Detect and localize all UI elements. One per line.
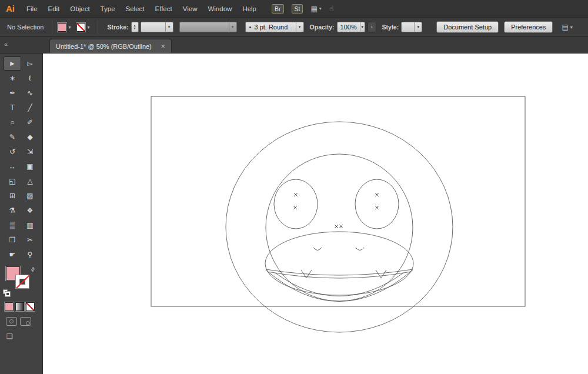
drawing-mode-buttons [0,311,42,326]
color-button[interactable] [5,302,14,311]
style-label: Style: [382,24,399,31]
stock-button[interactable]: St [292,4,303,14]
chevron-down-icon: ▾ [87,25,89,30]
menu-item-select[interactable]: Select [126,5,145,12]
eyedropper-tool[interactable]: ⚗ [4,203,21,218]
pen-tool[interactable]: ✒ [4,86,21,100]
swap-fill-stroke-icon[interactable]: ⇄ [29,266,36,273]
tab-bar: « Untitled-1* @ 50% (RGB/Outline) × [0,37,588,54]
tab-title: Untitled-1* @ 50% (RGB/Outline) [56,43,152,50]
tools-grid: ►▻∗ℓ✒∿T╱○✐✎◆↺⇲↔▣◱△⊞▨⚗❖▒▥❐✂☛⚲ [0,54,42,262]
free-transform-tool[interactable]: ▣ [21,159,39,173]
direct-selection-tool[interactable]: ▻ [21,56,39,71]
draw-normal-button[interactable] [6,317,17,326]
chevron-down-icon: ▾ [414,22,422,32]
chevron-down-icon: ▾ [68,25,71,30]
default-fill-stroke-icon[interactable] [3,289,11,297]
column-graph-tool[interactable]: ▥ [21,218,39,232]
bridge-button[interactable]: Br [272,4,284,14]
collapse-panels-icon[interactable]: « [4,41,7,48]
opacity-label: Opacity: [310,24,335,31]
stroke-color-control[interactable]: ▾ [76,23,89,32]
draw-behind-button[interactable] [20,317,31,326]
brush-definition-value: 3 pt. Round [251,24,295,31]
shape-builder-tool[interactable]: ◱ [4,174,21,188]
fill-swatch[interactable] [58,23,66,32]
paintbrush-tool[interactable]: ✐ [21,115,39,129]
artboard-tool[interactable]: ❐ [4,233,21,247]
gradient-button[interactable] [15,302,24,311]
menubar: Ai FileEditObjectTypeSelectEffectViewWin… [0,0,588,18]
canvas-area[interactable] [43,54,588,374]
line-segment-tool[interactable]: ╱ [21,101,39,115]
brush-definition-select[interactable]: • 3 pt. Round ▾ [245,22,304,32]
pencil-tool[interactable]: ✎ [4,130,21,144]
arrange-documents-button[interactable]: ▦ ▾ [310,5,321,13]
chevron-down-icon: ▾ [570,25,573,30]
hand-tool[interactable]: ☛ [4,248,21,262]
opacity-select[interactable]: 100% ▾ [337,22,365,32]
document-setup-button[interactable]: Document Setup [436,21,499,33]
app-logo: Ai [6,4,15,14]
style-select[interactable]: ▾ [401,22,422,32]
preferences-button[interactable]: Preferences [504,21,553,33]
hand-gesture-icon[interactable]: ☝ [329,4,334,13]
menu-item-object[interactable]: Object [70,5,89,12]
control-bar: No Selection ▾ ▾ Stroke: ▴ ▾ ▾ ▾ • 3 pt.… [0,18,588,37]
opacity-panel-arrow-button[interactable]: › [368,22,376,32]
mesh-tool[interactable]: ⊞ [4,189,21,203]
curvature-tool[interactable]: ∿ [21,86,39,100]
arrange-grid-icon: ▦ [310,5,317,13]
magic-wand-tool[interactable]: ∗ [4,71,21,85]
draw-normal-icon [9,319,14,323]
artwork-svg[interactable] [43,54,588,374]
blend-tool[interactable]: ❖ [21,203,39,218]
chevron-down-icon: ▾ [296,22,303,32]
artboard[interactable] [151,96,525,306]
stroke-none-swatch[interactable] [76,23,85,32]
divider [52,20,52,34]
zoom-tool[interactable]: ⚲ [21,248,39,262]
tools-panel: ►▻∗ℓ✒∿T╱○✐✎◆↺⇲↔▣◱△⊞▨⚗❖▒▥❐✂☛⚲ ⇄ ❏ [0,54,43,374]
gradient-tool[interactable]: ▨ [21,189,39,203]
stroke-swatch[interactable] [15,275,29,289]
none-slash-icon [16,275,29,289]
opacity-value: 100% [338,24,360,31]
eraser-tool[interactable]: ◆ [21,130,39,144]
ellipse-tool[interactable]: ○ [4,115,21,129]
workspace-icon: ▤ [562,23,568,31]
color-mode-buttons [0,297,42,311]
close-icon[interactable]: × [161,43,165,50]
perspective-grid-tool[interactable]: △ [21,174,39,188]
menu-item-edit[interactable]: Edit [48,5,60,12]
menu-item-window[interactable]: Window [208,5,232,12]
symbol-sprayer-tool[interactable]: ▒ [4,218,21,232]
spin-down-icon[interactable]: ▾ [134,27,136,30]
menu-item-help[interactable]: Help [242,5,256,12]
chevron-down-icon: ▾ [165,22,173,32]
stroke-weight-stepper[interactable]: ▴ ▾ [131,22,139,32]
rotate-tool[interactable]: ↺ [4,145,21,159]
menu-items: FileEditObjectTypeSelectEffectViewWindow… [26,5,256,12]
width-tool[interactable]: ↔ [4,159,21,173]
type-tool[interactable]: T [4,101,21,115]
divider [98,20,98,34]
scale-tool[interactable]: ⇲ [21,145,39,159]
none-button[interactable] [26,302,35,311]
fill-stroke-swatches: ⇄ [2,266,40,297]
chevron-down-icon: ▾ [319,6,322,11]
selection-tool[interactable]: ► [4,56,21,71]
screen-mode-button[interactable]: ❏ [6,332,13,340]
menu-item-view[interactable]: View [183,5,198,12]
lasso-tool[interactable]: ℓ [21,71,39,85]
control-panel-menu[interactable]: ▤ ▾ [562,23,572,31]
slice-tool[interactable]: ✂ [21,233,39,247]
fill-color-control[interactable]: ▾ [58,23,71,32]
menu-item-file[interactable]: File [26,5,38,12]
menu-item-effect[interactable]: Effect [155,5,172,12]
chevron-down-icon: ▾ [229,22,236,32]
menu-item-type[interactable]: Type [101,5,115,12]
document-tab[interactable]: Untitled-1* @ 50% (RGB/Outline) × [49,39,172,53]
draw-behind-icon [26,321,30,325]
stroke-weight-select[interactable]: ▾ [141,22,173,32]
